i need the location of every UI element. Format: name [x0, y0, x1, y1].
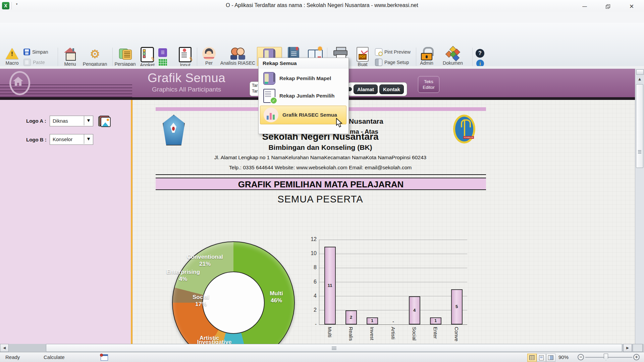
rekap-semua-dropdown-menu: Rekap Semua Rekap Pemilih Mapel ✓ Rekap … — [258, 58, 349, 134]
donut-label-conventional: Conventional21% — [181, 253, 228, 267]
bar-value-label: 11 — [324, 283, 336, 288]
input-form-icon: ✎ — [179, 47, 192, 62]
vertical-scrollbar[interactable]: ▲ — [635, 69, 644, 344]
bar-plot: 12108642-11Multi2Realis1Invest-Artisti4S… — [319, 240, 467, 325]
gear-icon: ⚙ — [82, 48, 108, 60]
divider — [156, 174, 486, 175]
zoom-slider-track[interactable] — [585, 357, 632, 358]
restore-button[interactable] — [602, 3, 613, 10]
scroll-right-button[interactable]: ▶ — [623, 344, 632, 352]
scrollbar-corner — [633, 344, 643, 352]
dropdown-header: Rekap Semua — [259, 58, 348, 68]
x-axis-category-label: Multi — [327, 327, 333, 338]
status-bar: Ready Calculate 90% − + — [0, 352, 644, 362]
bar-value-label: 1 — [367, 318, 378, 323]
y-axis-tick-label: 8 — [306, 264, 317, 270]
y-axis-tick-label: - — [306, 321, 317, 327]
form-mini-icon[interactable]: ☰ — [158, 48, 167, 57]
gridline — [319, 240, 467, 240]
y-axis-tick-label: 6 — [306, 279, 317, 285]
donut-label-enterprising: Enterprising4% — [160, 268, 207, 283]
home-icon — [63, 48, 77, 60]
bar-chart[interactable]: 12108642-11Multi2Realis1Invest-Artisti4S… — [307, 240, 475, 344]
x-axis-category-label: Realis — [348, 327, 354, 341]
school-contact: Telp.: 0335 644644 Website: www.websekol… — [186, 165, 454, 171]
chevron-down-icon[interactable]: ▼ — [84, 116, 93, 125]
horizontal-scrollbar[interactable]: ◀ ▶ — [0, 344, 644, 352]
clipboard-checklist-icon: ✎ — [141, 47, 154, 62]
logo-a-label: Logo A : — [26, 118, 46, 124]
chart-icon — [264, 108, 278, 122]
sheet-title: Grafik Semua — [119, 71, 254, 85]
donut-label-social: Social17% — [177, 294, 224, 308]
bar-value-label: 4 — [409, 308, 420, 313]
page-break-icon — [548, 355, 553, 360]
menu-item-rekap-jumlah-pemilih[interactable]: ✓ Rekap Jumlah Pemilih — [260, 87, 346, 104]
alamat-button[interactable]: Alamat — [354, 84, 378, 94]
split-handle[interactable] — [636, 69, 644, 75]
bar-value-label: 1 — [430, 318, 441, 323]
zoom-in-button[interactable]: + — [633, 354, 640, 360]
konselor-logo: KONSELOR — [453, 115, 475, 143]
logo-a-value: Diknas — [53, 118, 68, 124]
sheet-subtitle: Graphics All Participants — [119, 86, 254, 93]
chart-page-subtitle: SEMUA PESERTA — [186, 194, 454, 205]
x-axis-category-label: Social — [412, 327, 417, 341]
teks-editor-button[interactable]: Teks Editor — [418, 76, 439, 93]
x-axis-category-label: Invest — [369, 327, 375, 340]
bar-value-label: - — [388, 319, 399, 324]
zoom-out-button[interactable]: − — [578, 354, 584, 360]
scroll-left-button[interactable]: ◀ — [0, 344, 9, 352]
x-axis-category-label: Enter — [433, 327, 438, 339]
zoom-slider-thumb[interactable] — [604, 354, 608, 361]
logo-b-select[interactable]: Konselor ▼ — [50, 134, 93, 145]
vertical-scroll-thumb[interactable] — [636, 84, 643, 168]
x-axis-category-label: Conve — [454, 327, 460, 341]
y-axis-tick-label: 12 — [306, 236, 317, 242]
logo-a-select[interactable]: Diknas ▼ — [50, 116, 93, 126]
page-setup-button[interactable]: Page Setup — [375, 58, 415, 67]
gridline — [319, 296, 467, 296]
window-title: O - Aplikasi Terdaftar atas nama : Sekol… — [0, 2, 644, 8]
minimize-button[interactable]: — — [579, 3, 590, 10]
restore-icon — [606, 4, 609, 8]
print-preview-button[interactable]: Pint Preview — [375, 48, 415, 56]
page-setup-icon — [375, 59, 382, 66]
horizontal-scroll-thumb[interactable] — [46, 344, 622, 352]
paste-button[interactable]: Paste — [23, 58, 57, 67]
chart-page-title: GRAFIK PEMILIHAN MATA PELAJARAN — [156, 178, 486, 190]
y-axis-tick-label: 10 — [306, 250, 317, 256]
status-calculate[interactable]: Calculate — [44, 354, 65, 360]
grip-icon — [332, 347, 336, 350]
close-button[interactable]: ✕ — [626, 3, 637, 10]
notes-icon — [118, 48, 132, 60]
zoom-level[interactable]: 90% — [558, 354, 569, 360]
chevron-down-icon[interactable]: ▼ — [84, 134, 93, 144]
view-page-layout-button[interactable] — [537, 354, 546, 362]
student-icon — [202, 47, 216, 60]
y-axis-tick-label: 4 — [306, 293, 317, 299]
padlock-icon — [421, 47, 432, 60]
save-button[interactable]: Simpan — [23, 48, 57, 56]
sheet-home-icon[interactable] — [9, 71, 30, 95]
application-window: X ▾ O - Aplikasi Terdaftar atas nama : S… — [0, 0, 644, 362]
view-normal-button[interactable] — [527, 354, 537, 362]
kontak-button[interactable]: Kontak — [379, 84, 404, 94]
donut-label-investigative: Investigative — [187, 339, 241, 344]
menu-item-rekap-pemilih-mapel[interactable]: Rekap Pemilih Mapel — [260, 70, 346, 87]
help-button[interactable]: ? — [476, 49, 484, 58]
save-icon — [23, 49, 30, 55]
x-axis-category-label: Artisti — [390, 327, 396, 340]
logo-side-panel: Logo A : Diknas ▼ Logo B : Konselor ▼ — [0, 100, 131, 344]
pick-image-button[interactable] — [98, 116, 110, 127]
grip-icon — [638, 150, 641, 154]
department: Bimbingan dan Konseling (BK) — [186, 143, 454, 152]
diknas-logo — [163, 115, 185, 145]
scroll-up-button[interactable]: ▲ — [636, 75, 644, 83]
status-ready: Ready — [5, 354, 20, 360]
macro-record-icon[interactable] — [101, 354, 108, 361]
worksheet-area: KONSELOR Nusantara ma - Atas Sekolah Neg… — [132, 100, 635, 344]
mouse-cursor — [336, 118, 343, 128]
view-page-break-button[interactable] — [546, 354, 555, 362]
menu-item-grafik-riasec-semua[interactable]: Grafik RIASEC Semua — [260, 106, 346, 124]
